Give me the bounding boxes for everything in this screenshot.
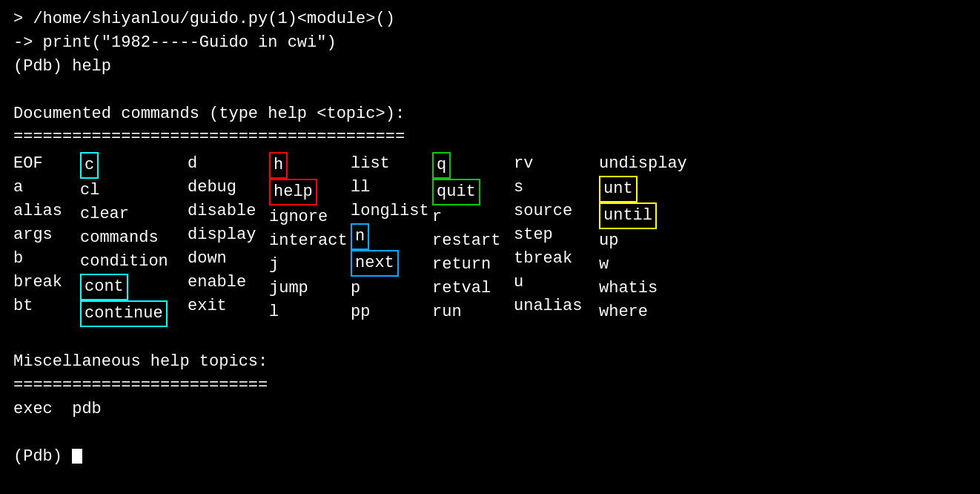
cmd-display: display xyxy=(188,223,269,247)
cmd-next: next xyxy=(351,250,432,277)
cmd-cl: cl xyxy=(80,179,188,202)
cmd-alias: alias xyxy=(13,200,80,223)
cmd-h: h xyxy=(269,152,351,179)
cmd-n: n xyxy=(351,223,432,250)
cmd-return: return xyxy=(432,253,514,277)
cmd-continue: continue xyxy=(80,300,188,327)
cmd-cont: cont xyxy=(80,274,188,300)
line-pdb-prompt: (Pdb) xyxy=(13,445,967,469)
cmd-q: q xyxy=(432,152,514,179)
highlight-until: until xyxy=(599,202,657,229)
cmd-col-5: list ll longlist n next p pp xyxy=(351,152,432,326)
cmd-b: b xyxy=(13,247,80,271)
cmd-up: up xyxy=(599,229,703,253)
cmd-where: where xyxy=(599,300,703,324)
cmd-j: j xyxy=(269,253,351,277)
cmd-undisplay: undisplay xyxy=(599,152,703,176)
cmd-d: d xyxy=(188,152,269,176)
separator-1: ======================================== xyxy=(13,125,967,149)
highlight-q: q xyxy=(432,152,451,179)
highlight-n: n xyxy=(351,223,369,250)
cmd-bt: bt xyxy=(13,294,80,318)
cmd-rv: rv xyxy=(514,152,599,176)
highlight-quit: quit xyxy=(432,179,480,205)
cmd-c: c xyxy=(80,152,188,179)
cmd-s: s xyxy=(514,176,599,200)
highlight-next: next xyxy=(351,250,399,277)
cmd-ll: ll xyxy=(351,176,432,200)
cmd-col-6: q quit r restart return retval run xyxy=(432,152,514,326)
cmd-restart: restart xyxy=(432,229,514,253)
cmd-col-1: EOF a alias args b break bt xyxy=(13,152,80,326)
highlight-help: help xyxy=(269,179,317,205)
cmd-run: run xyxy=(432,300,514,324)
line-prompt: > /home/shiyanlou/guido.py(1)<module>() xyxy=(13,7,967,31)
cmd-EOF: EOF xyxy=(13,152,80,176)
cmd-col-8: undisplay unt until up w whatis where xyxy=(599,152,703,326)
cmd-disable: disable xyxy=(188,200,269,223)
cmd-unt: unt xyxy=(599,176,703,202)
cursor xyxy=(72,449,82,464)
cmd-col-4: h help ignore interact j jump l xyxy=(269,152,351,326)
cmd-r: r xyxy=(432,205,514,229)
cmd-col-2: c cl clear commands condition cont conti… xyxy=(80,152,188,326)
cmd-step: step xyxy=(514,223,599,247)
cmd-quit: quit xyxy=(432,179,514,205)
cmd-down: down xyxy=(188,247,269,271)
highlight-cont: cont xyxy=(80,274,128,300)
cmd-break: break xyxy=(13,271,80,294)
line-pdb-help: (Pdb) help xyxy=(13,55,967,79)
cmd-unalias: unalias xyxy=(514,294,599,318)
cmd-source: source xyxy=(514,200,599,223)
cmd-clear: clear xyxy=(80,202,188,226)
cmd-whatis: whatis xyxy=(599,277,703,300)
cmd-tbreak: tbreak xyxy=(514,247,599,271)
cmd-until: until xyxy=(599,202,703,229)
line-arrow: -> print("1982-----Guido in cwi") xyxy=(13,31,967,55)
highlight-unt: unt xyxy=(599,176,638,202)
cmd-commands: commands xyxy=(80,226,188,250)
cmd-w: w xyxy=(599,253,703,277)
cmd-u: u xyxy=(514,271,599,294)
cmd-jump: jump xyxy=(269,277,351,300)
cmd-condition: condition xyxy=(80,250,188,274)
cmd-list: list xyxy=(351,152,432,176)
highlight-c: c xyxy=(80,152,99,179)
terminal: > /home/shiyanlou/guido.py(1)<module>() … xyxy=(13,7,967,487)
cmd-col-7: rv s source step tbreak u unalias xyxy=(514,152,599,326)
cmd-enable: enable xyxy=(188,271,269,294)
cmd-interact: interact xyxy=(269,229,351,253)
cmd-p: p xyxy=(351,277,432,300)
highlight-h: h xyxy=(269,152,288,179)
cmd-longlist: longlist xyxy=(351,200,432,223)
cmd-debug: debug xyxy=(188,176,269,200)
cmd-exit: exit xyxy=(188,294,269,318)
cmd-args: args xyxy=(13,223,80,247)
separator-2: ========================== xyxy=(13,374,967,398)
cmd-a: a xyxy=(13,176,80,200)
line-exec-pdb: exec pdb xyxy=(13,398,967,421)
line-documented: Documented commands (type help <topic>): xyxy=(13,102,967,126)
cmd-retval: retval xyxy=(432,277,514,300)
cmd-col-3: d debug disable display down enable exit xyxy=(188,152,269,326)
cmd-pp: pp xyxy=(351,300,432,324)
line-misc: Miscellaneous help topics: xyxy=(13,350,967,374)
highlight-continue: continue xyxy=(80,300,168,327)
cmd-help: help xyxy=(269,179,351,205)
cmd-l: l xyxy=(269,300,351,324)
cmd-ignore: ignore xyxy=(269,205,351,229)
